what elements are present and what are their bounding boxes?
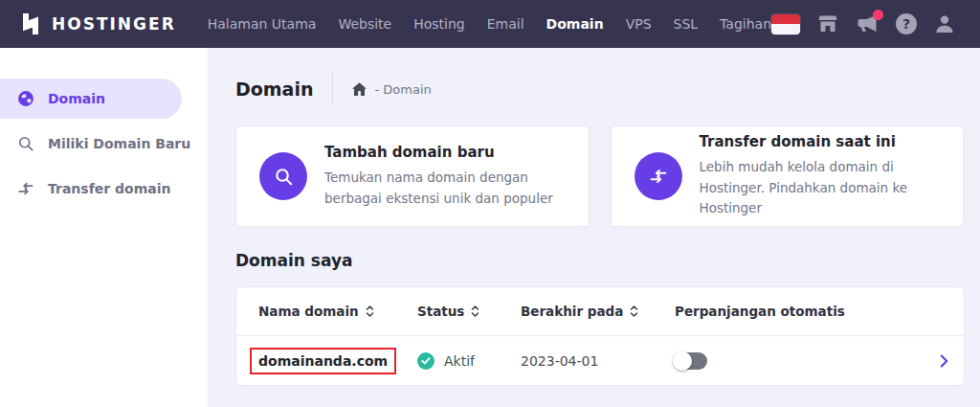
top-navbar: HOSTINGER Halaman Utama Website Hosting … (0, 0, 980, 48)
brand-name: HOSTINGER (52, 14, 176, 34)
card-title: Tambah domain baru (324, 144, 566, 161)
status-cell: Aktif (417, 352, 521, 370)
sidebar-item-label: Miliki Domain Baru (48, 136, 190, 151)
globe-icon (16, 89, 35, 108)
card-text: Transfer domain saat ini Lebih mudah kel… (700, 133, 941, 220)
card-title: Transfer domain saat ini (700, 133, 941, 150)
auto-renew-cell (675, 352, 964, 370)
transfer-icon (635, 152, 682, 200)
sort-icon[interactable] (630, 305, 638, 317)
home-icon[interactable] (352, 82, 367, 96)
nav-item-email[interactable]: Email (487, 16, 524, 32)
sidebar-item-miliki-domain-baru[interactable]: Miliki Domain Baru (0, 124, 208, 164)
nav-item-halaman-utama[interactable]: Halaman Utama (208, 16, 317, 32)
check-circle-icon (417, 352, 434, 370)
column-label: Status (417, 304, 464, 319)
toggle-knob (673, 351, 692, 371)
chevron-right-icon[interactable] (940, 353, 948, 368)
search-icon (259, 152, 307, 200)
domain-name[interactable]: domainanda.com (258, 353, 388, 369)
nav-item-domain[interactable]: Domain (546, 16, 604, 32)
page-title: Domain (235, 79, 313, 100)
table-header-row: Nama domain Status Berakhir pada (236, 287, 964, 335)
auto-renew-toggle[interactable] (675, 352, 707, 370)
breadcrumb-path: - Domain (374, 82, 431, 97)
column-label: Berakhir pada (521, 304, 623, 319)
card-text: Tambah domain baru Temukan nama domain d… (324, 144, 566, 210)
sort-icon[interactable] (471, 305, 479, 317)
main-content: Domain - Domain Tambah domain baru Temuk… (210, 48, 980, 407)
domain-name-cell: domainanda.com (258, 348, 417, 374)
add-domain-card[interactable]: Tambah domain baru Temukan nama domain d… (235, 125, 590, 227)
card-description: Temukan nama domain dengan berbagai ekst… (324, 168, 566, 210)
annotation-highlight-box: domainanda.com (250, 348, 396, 374)
transfer-icon (16, 179, 35, 198)
sidebar: Domain Miliki Domain Baru Transfer domai… (0, 48, 209, 407)
breadcrumb: - Domain (352, 82, 431, 97)
sort-icon[interactable] (366, 305, 374, 317)
sidebar-item-transfer-domain[interactable]: Transfer domain (0, 169, 208, 209)
sidebar-item-label: Transfer domain (48, 181, 170, 196)
store-icon[interactable] (816, 12, 839, 35)
card-description: Lebih mudah kelola domain di Hostinger. … (700, 157, 941, 220)
action-cards: Tambah domain baru Temukan nama domain d… (235, 125, 964, 227)
flag-white-stripe (771, 24, 800, 34)
search-icon (16, 134, 35, 153)
column-label: Nama domain (258, 304, 359, 319)
nav-item-vps[interactable]: VPS (626, 16, 652, 32)
sidebar-item-label: Domain (48, 91, 105, 106)
column-header-perpanjangan-otomatis: Perpanjangan otomatis (675, 304, 964, 319)
nav-item-tagihan[interactable]: Tagihan (720, 16, 771, 32)
indonesia-flag-icon[interactable] (771, 14, 800, 34)
section-title: Domain saya (235, 251, 964, 270)
header-divider (332, 73, 333, 105)
navbar-icon-group (771, 12, 956, 35)
domains-table: Nama domain Status Berakhir pada (235, 286, 965, 386)
flag-red-stripe (771, 14, 800, 25)
main-navigation: Halaman Utama Website Hosting Email Doma… (208, 16, 771, 32)
table-row[interactable]: domainanda.com Aktif 2023-04-01 (236, 335, 964, 385)
page-header: Domain - Domain (235, 72, 964, 106)
status-badge: Aktif (444, 353, 475, 369)
column-header-berakhir-pada: Berakhir pada (521, 304, 675, 319)
column-header-nama-domain: Nama domain (258, 304, 417, 319)
column-label: Perpanjangan otomatis (675, 304, 845, 319)
hostinger-logo[interactable]: HOSTINGER (19, 11, 176, 36)
announcement-icon[interactable] (856, 12, 880, 35)
help-icon[interactable] (896, 13, 917, 34)
expiry-date: 2023-04-01 (521, 353, 675, 369)
nav-item-ssl[interactable]: SSL (674, 16, 699, 32)
nav-item-hosting[interactable]: Hosting (413, 16, 465, 32)
column-header-status: Status (417, 304, 521, 319)
nav-item-website[interactable]: Website (338, 16, 391, 32)
account-icon[interactable] (933, 12, 956, 35)
hostinger-logomark-icon (19, 11, 42, 36)
sidebar-item-domain[interactable]: Domain (0, 79, 182, 119)
notification-dot (873, 10, 883, 20)
transfer-domain-card[interactable]: Transfer domain saat ini Lebih mudah kel… (611, 125, 965, 227)
